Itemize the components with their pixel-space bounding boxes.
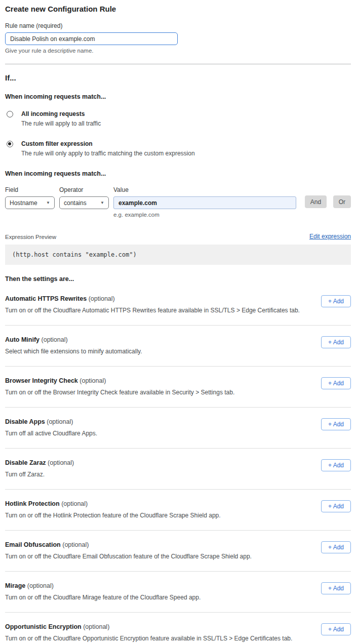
add-button[interactable]: + Add [321,459,351,471]
operator-group: Operator contains ▼ [59,186,109,209]
setting-title: Email Obfuscation (optional) [5,541,252,548]
setting-row-mirage: Mirage (optional) Turn on or off the Clo… [5,572,351,613]
request-match-radio-group: All incoming requests The rule will appl… [5,110,351,157]
setting-description: Turn off Zaraz. [5,471,74,478]
setting-description: Turn on or off the Hotlink Protection fe… [5,512,221,519]
edit-expression-link[interactable]: Edit expression [309,233,351,240]
expression-preview-label: Expression Preview [5,234,56,240]
optional-label: (optional) [61,500,88,507]
setting-description: Turn on or off the Cloudflare Mirage fea… [5,594,201,601]
operator-select-value: contains [64,199,87,207]
radio-description: The rule will only apply to traffic matc… [21,150,195,157]
rule-name-input[interactable] [5,32,178,45]
field-label: Field [5,186,55,193]
setting-title: Disable Zaraz (optional) [5,459,74,466]
field-select[interactable]: Hostname ▼ [5,196,55,209]
radio-icon[interactable] [7,141,13,147]
expression-preview-header: Expression Preview Edit expression [5,233,351,240]
chevron-down-icon: ▼ [100,200,104,205]
optional-label: (optional) [89,295,115,302]
setting-title: Mirage (optional) [5,582,201,589]
field-group: Field Hostname ▼ [5,186,55,209]
expression-builder-row: Field Hostname ▼ Operator contains ▼ Val… [5,186,351,218]
setting-title: Automatic HTTPS Rewrites (optional) [5,295,300,302]
rule-name-group: Rule name (required) Give your rule a de… [5,22,351,54]
section-divider [5,64,351,64]
optional-label: (optional) [48,459,74,466]
value-input[interactable] [113,196,296,209]
setting-title: Hotlink Protection (optional) [5,500,221,507]
if-heading: If... [5,73,351,82]
setting-description: Turn on or off the Cloudflare Opportunis… [5,635,292,642]
setting-row-disable-apps: Disable Apps (optional) Turn off all act… [5,408,351,449]
add-button[interactable]: + Add [321,623,351,635]
setting-row-opportunistic-encryption: Opportunistic Encryption (optional) Turn… [5,613,351,644]
field-select-value: Hostname [10,199,37,207]
operator-label: Operator [59,186,109,193]
setting-description: Turn on or off the Cloudflare Email Obfu… [5,553,252,560]
setting-title: Auto Minify (optional) [5,336,142,343]
add-button[interactable]: + Add [321,295,351,307]
setting-description: Select which file extensions to minify a… [5,348,142,355]
add-button[interactable]: + Add [321,418,351,430]
radio-label: All incoming requests [21,110,101,117]
add-button[interactable]: + Add [321,500,351,512]
setting-row-browser-integrity-check: Browser Integrity Check (optional) Turn … [5,367,351,408]
conjunction-buttons: And Or [301,186,351,208]
setting-title: Opportunistic Encryption (optional) [5,623,292,630]
setting-description: Turn on or off the Browser Integrity Che… [5,389,234,396]
expression-builder-heading: When incoming requests match... [5,170,351,177]
rule-name-label: Rule name (required) [5,22,351,29]
radio-all-incoming-requests[interactable]: All incoming requests The rule will appl… [5,110,351,127]
setting-row-disable-zaraz: Disable Zaraz (optional) Turn off Zaraz.… [5,449,351,490]
value-label: Value [113,186,296,193]
add-button[interactable]: + Add [321,541,351,553]
optional-label: (optional) [80,377,106,384]
radio-description: The rule will apply to all traffic [21,120,101,127]
setting-row-auto-minify: Auto Minify (optional) Select which file… [5,326,351,367]
setting-description: Turn on or off the Cloudflare Automatic … [5,307,300,314]
or-button[interactable]: Or [333,195,351,208]
optional-label: (optional) [42,336,68,343]
optional-label: (optional) [83,623,109,630]
setting-row-email-obfuscation: Email Obfuscation (optional) Turn on or … [5,531,351,572]
match-heading: When incoming requests match... [5,93,351,100]
chevron-down-icon: ▼ [46,200,50,205]
setting-description: Turn off all active Cloudflare Apps. [5,430,97,437]
expression-preview-code: (http.host contains "example.com") [5,245,351,265]
radio-label: Custom filter expression [21,140,195,147]
setting-title: Disable Apps (optional) [5,418,97,425]
setting-row-automatic-https-rewrites: Automatic HTTPS Rewrites (optional) Turn… [5,285,351,326]
value-helper: e.g. example.com [113,212,296,218]
add-button[interactable]: + Add [321,377,351,389]
value-group: Value e.g. example.com [113,186,296,218]
page-title: Create new Configuration Rule [5,5,351,13]
radio-icon[interactable] [7,111,13,117]
settings-list: Automatic HTTPS Rewrites (optional) Turn… [5,285,351,644]
optional-label: (optional) [27,582,54,589]
then-settings-heading: Then the settings are... [5,275,351,283]
optional-label: (optional) [47,418,73,425]
operator-select[interactable]: contains ▼ [59,196,109,209]
setting-row-hotlink-protection: Hotlink Protection (optional) Turn on or… [5,490,351,531]
optional-label: (optional) [62,541,89,548]
add-button[interactable]: + Add [321,336,351,348]
add-button[interactable]: + Add [321,582,351,594]
and-button[interactable]: And [305,195,327,208]
setting-title: Browser Integrity Check (optional) [5,377,234,384]
radio-custom-filter-expression[interactable]: Custom filter expression The rule will o… [5,140,351,157]
rule-name-helper: Give your rule a descriptive name. [5,48,351,54]
